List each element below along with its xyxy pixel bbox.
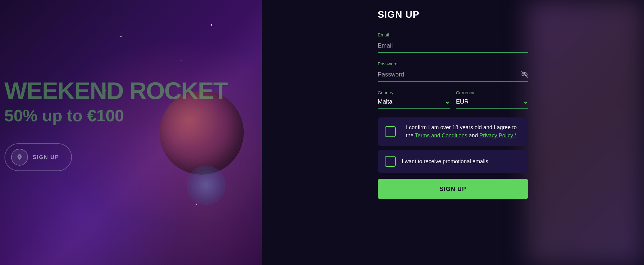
form-title: SIGN UP <box>378 9 528 20</box>
password-field-group: Password <box>378 61 528 82</box>
signup-form: SIGN UP Email Password <box>378 0 528 199</box>
email-input[interactable] <box>378 40 528 52</box>
email-field-group: Email <box>378 32 528 53</box>
currency-select-group: Currency EUR ⌄ <box>456 90 528 109</box>
blur-decoration <box>527 0 644 265</box>
country-label: Country <box>378 90 450 95</box>
country-currency-row: Country Malta ⌄ Currency EUR ⌄ <box>378 90 528 109</box>
toggle-password-icon[interactable] <box>521 70 528 79</box>
promo-checkbox-text: I want to receive promotional emails <box>402 157 488 166</box>
promo-title: WEEKEND ROCKET <box>5 79 228 103</box>
promo-checkbox-card: I want to receive promotional emails <box>378 150 528 173</box>
promo-content: WEEKEND ROCKET 50% up to €100 SIGN UP <box>0 67 239 183</box>
email-label: Email <box>378 32 528 37</box>
left-promo-panel: WEEKEND ROCKET 50% up to €100 SIGN UP <box>0 0 262 265</box>
terms-checkbox[interactable] <box>385 126 396 137</box>
left-signup-label: SIGN UP <box>33 154 59 161</box>
promo-checkbox[interactable] <box>385 156 396 167</box>
terms-link[interactable]: Terms and Conditions <box>415 132 467 139</box>
country-select-group: Country Malta ⌄ <box>378 90 450 109</box>
country-select[interactable]: Malta ⌄ <box>378 98 450 109</box>
star-decoration <box>211 24 212 26</box>
star-decoration <box>120 36 122 37</box>
email-input-wrap <box>378 40 528 53</box>
privacy-link[interactable]: Privacy Policy * <box>479 132 517 139</box>
password-label: Password <box>378 61 528 66</box>
star-decoration <box>181 60 181 61</box>
submit-signup-button[interactable]: SIGN UP <box>378 179 528 199</box>
country-chevron-icon: ⌄ <box>444 98 450 105</box>
currency-value: EUR <box>456 98 523 105</box>
rocket-icon <box>16 154 23 161</box>
terms-checkbox-card: I confirm I am over 18 years old and I a… <box>378 117 528 146</box>
country-value: Malta <box>378 98 444 105</box>
password-input-wrap <box>378 69 528 82</box>
password-input[interactable] <box>378 69 528 81</box>
currency-select[interactable]: EUR ⌄ <box>456 98 528 109</box>
star-decoration <box>196 204 197 205</box>
promo-subtitle: 50% up to €100 <box>5 106 228 125</box>
terms-checkbox-text: I confirm I am over 18 years old and I a… <box>402 123 521 140</box>
currency-chevron-icon: ⌄ <box>523 98 528 105</box>
right-signup-panel: SIGN UP Email Password <box>262 0 644 265</box>
currency-label: Currency <box>456 90 528 95</box>
left-signup-button[interactable]: SIGN UP <box>5 143 72 171</box>
btn-icon-circle <box>11 149 28 166</box>
